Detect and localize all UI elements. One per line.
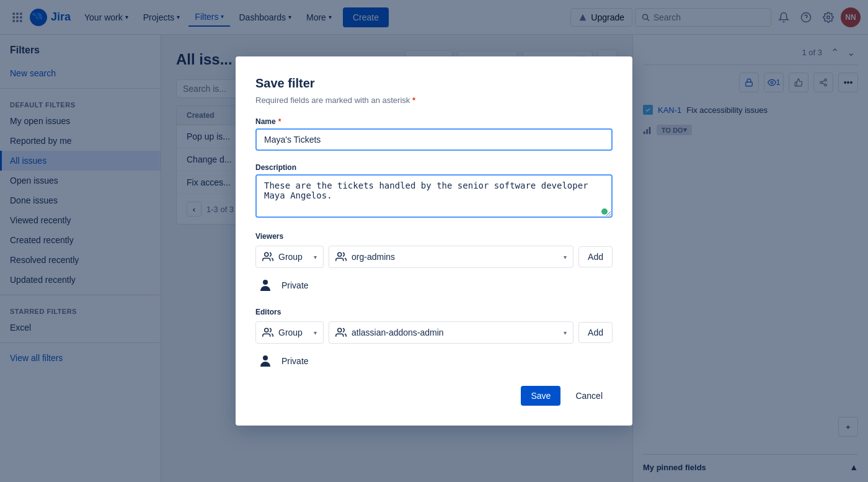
- modal-required-note: Required fields are marked with an aster…: [255, 96, 613, 105]
- viewers-row: Group ▾ org-admins ▾ Add: [255, 246, 613, 268]
- viewers-label: Viewers: [255, 232, 613, 241]
- editors-private-icon: [255, 351, 275, 371]
- svg-point-32: [338, 252, 342, 256]
- modal-footer: Save Cancel: [255, 386, 613, 406]
- group-icon: [262, 251, 273, 262]
- editors-row: Group ▾ atlassian-addons-admin ▾ Add: [255, 321, 613, 344]
- editors-group-value-icon: [335, 327, 347, 338]
- modal-title: Save filter: [255, 76, 613, 91]
- name-field-group: Name *: [255, 117, 613, 151]
- editors-type-select[interactable]: Group ▾: [255, 321, 324, 344]
- description-label: Description: [255, 163, 613, 172]
- person-icon-2: [258, 354, 273, 368]
- editors-value-select[interactable]: atlassian-addons-admin ▾: [329, 321, 574, 344]
- editors-private-row: Private: [255, 351, 613, 371]
- name-input[interactable]: [255, 128, 613, 151]
- editors-add-button[interactable]: Add: [578, 322, 613, 343]
- viewers-add-button[interactable]: Add: [578, 246, 613, 267]
- svg-point-31: [265, 252, 268, 256]
- svg-point-36: [263, 355, 268, 360]
- save-filter-modal: Save filter Required fields are marked w…: [236, 56, 632, 426]
- modal-overlay[interactable]: Save filter Required fields are marked w…: [0, 0, 868, 482]
- viewers-value-select[interactable]: org-admins ▾: [329, 246, 574, 268]
- group-value-icon: [335, 251, 347, 262]
- svg-point-35: [338, 328, 342, 332]
- svg-point-34: [265, 328, 268, 332]
- person-icon: [258, 278, 273, 293]
- svg-point-33: [263, 280, 268, 285]
- editors-group-icon: [262, 327, 273, 338]
- editors-label: Editors: [255, 308, 613, 316]
- description-field-group: Description These are the tickets handle…: [255, 163, 613, 220]
- cancel-button[interactable]: Cancel: [565, 386, 613, 406]
- viewers-private-row: Private: [255, 275, 613, 295]
- viewers-type-select[interactable]: Group ▾: [255, 246, 324, 268]
- viewers-private-icon: [255, 275, 275, 295]
- viewers-field-group: Viewers Group ▾: [255, 232, 613, 295]
- name-label: Name *: [255, 117, 613, 126]
- save-button[interactable]: Save: [521, 386, 560, 406]
- description-textarea[interactable]: These are the tickets handled by the sen…: [255, 174, 613, 218]
- description-wrapper: These are the tickets handled by the sen…: [255, 174, 613, 220]
- textarea-indicator: [601, 208, 608, 215]
- editors-field-group: Editors Group ▾: [255, 308, 613, 371]
